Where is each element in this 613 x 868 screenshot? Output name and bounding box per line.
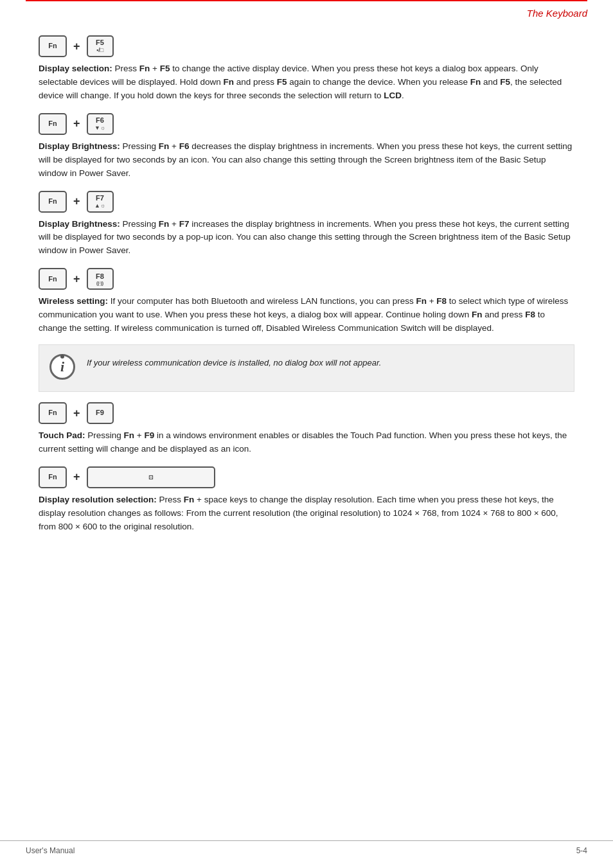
info-dot [60, 355, 64, 359]
key-combo-f8: Fn + F8 ((·)) [39, 268, 574, 290]
key-combo-f9: Fn + F9 [39, 402, 574, 424]
f9-key: F9 [87, 402, 114, 424]
info-box: i If your wireless communication device … [39, 344, 574, 392]
info-circle: i [49, 354, 75, 380]
top-rule [26, 0, 587, 1]
f7-key: F7 ▲☼ [87, 191, 114, 213]
fn-key-3: Fn [39, 191, 67, 213]
plus-5: + [73, 407, 80, 420]
footer-page-number: 5-4 [576, 846, 587, 855]
key-combo-f5: Fn + F5 ▪/□ [39, 35, 574, 57]
display-selection-text: Display selection: Press Fn + F5 to chan… [39, 62, 574, 103]
plus-3: + [73, 195, 80, 208]
brightness-up-text: Display Brightness: Pressing Fn + F7 inc… [39, 218, 574, 258]
page-footer: User's Manual 5-4 [0, 840, 613, 855]
fn-key-4: Fn [39, 268, 67, 290]
space-key: ⊡ [87, 466, 215, 488]
info-text: If your wireless communication device is… [87, 354, 381, 369]
page: The Keyboard Fn + F5 ▪/□ Display selecti… [0, 0, 613, 868]
wireless-text: Wireless setting: If your computer has b… [39, 295, 574, 335]
f8-key: F8 ((·)) [87, 268, 114, 290]
fn-key-5: Fn [39, 402, 67, 424]
content: Fn + F5 ▪/□ Display selection: Press Fn … [0, 22, 613, 563]
fn-key-1: Fn [39, 35, 67, 57]
fn-key-6: Fn [39, 466, 67, 488]
f6-key: F6 ▼☼ [87, 113, 114, 135]
display-resolution-text: Display resolution selection: Press Fn +… [39, 493, 574, 534]
key-combo-f7: Fn + F7 ▲☼ [39, 191, 574, 213]
info-letter: i [60, 359, 64, 375]
page-header: The Keyboard [0, 1, 613, 22]
touchpad-text: Touch Pad: Pressing Fn + F9 in a windows… [39, 429, 574, 456]
fn-key-2: Fn [39, 113, 67, 135]
info-icon: i [49, 354, 78, 382]
key-combo-space: Fn + ⊡ [39, 466, 574, 488]
plus-1: + [73, 40, 80, 53]
page-title: The Keyboard [527, 8, 587, 19]
plus-4: + [73, 272, 80, 286]
plus-2: + [73, 117, 80, 130]
brightness-down-text: Display Brightness: Pressing Fn + F6 dec… [39, 140, 574, 181]
f5-key: F5 ▪/□ [87, 35, 114, 57]
footer-manual-label: User's Manual [26, 846, 75, 855]
key-combo-f6: Fn + F6 ▼☼ [39, 113, 574, 135]
plus-6: + [73, 470, 80, 484]
